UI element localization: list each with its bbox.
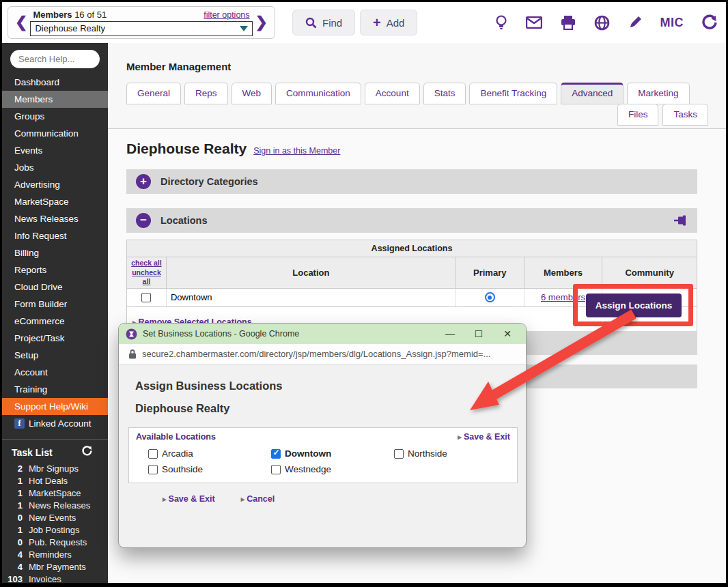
tab-general[interactable]: General: [126, 83, 181, 104]
northside-checkbox[interactable]: [394, 449, 404, 459]
row-checkbox[interactable]: [141, 293, 151, 302]
sidebar-item-members[interactable]: Members: [2, 91, 108, 108]
westnedge-checkbox[interactable]: [271, 465, 281, 474]
primary-radio[interactable]: [485, 292, 495, 302]
sidebar-item-support-help-wiki[interactable]: Support Help/Wiki: [2, 398, 108, 415]
collapse-minus-icon[interactable]: −: [136, 213, 151, 228]
filter-options-link[interactable]: filter options: [204, 10, 249, 20]
pin-icon[interactable]: [673, 214, 688, 227]
tab-benefit-tracking[interactable]: Benefit Tracking: [469, 83, 557, 104]
next-member-chevron-icon[interactable]: ❯: [253, 15, 270, 30]
globe-icon[interactable]: [594, 15, 610, 31]
popup-url-text[interactable]: secure2.chambermaster.com/directory/jsp/…: [142, 349, 490, 359]
task-count: 4: [2, 562, 23, 572]
tab-account[interactable]: Account: [365, 83, 420, 104]
sidebar-item-linked-account[interactable]: f Linked Account: [2, 415, 108, 432]
tab-advanced[interactable]: Advanced: [561, 83, 624, 104]
location-option-northside[interactable]: Northside: [394, 446, 517, 461]
popup-window-title: Set Business Locations - Google Chrome: [143, 329, 433, 339]
check-all-link[interactable]: check all: [130, 259, 163, 268]
downtown-checkbox[interactable]: [271, 449, 281, 459]
expand-plus-icon[interactable]: +: [136, 174, 151, 189]
sidebar-item-news-releases[interactable]: News Releases: [2, 210, 108, 227]
arcadia-checkbox[interactable]: [148, 449, 158, 459]
previous-member-chevron-icon[interactable]: ❮: [12, 15, 30, 30]
task-item-mbr-payments[interactable]: 4Mbr Payments: [2, 560, 108, 573]
add-button[interactable]: + Add: [360, 10, 417, 35]
sidebar-item-dashboard[interactable]: Dashboard: [2, 74, 108, 91]
task-item-new-events[interactable]: 0New Events: [2, 511, 108, 524]
southside-checkbox[interactable]: [148, 465, 158, 474]
task-item-invoices[interactable]: 103Invoices: [2, 573, 108, 585]
check-all-cell: check all uncheck all: [127, 257, 167, 288]
task-item-mbr-signups[interactable]: 2Mbr Signups: [2, 462, 108, 474]
task-label: Hot Deals: [29, 476, 68, 486]
save-exit-link-top[interactable]: Save & Exit: [458, 432, 510, 442]
cancel-link[interactable]: Cancel: [241, 494, 275, 504]
help-search-input[interactable]: [10, 50, 100, 68]
tab-communication[interactable]: Communication: [275, 83, 361, 104]
uncheck-all-link[interactable]: uncheck all: [130, 268, 163, 287]
sidebar-item-advertising[interactable]: Advertising: [2, 176, 108, 193]
sign-in-as-member-link[interactable]: Sign in as this Member: [253, 146, 340, 156]
sidebar-item-marketspace[interactable]: MarketSpace: [2, 193, 108, 210]
save-exit-link-bottom[interactable]: Save & Exit: [163, 494, 215, 504]
print-icon[interactable]: [560, 15, 576, 30]
pencil-icon[interactable]: [628, 15, 643, 30]
task-item-hot-deals[interactable]: 1Hot Deals: [2, 474, 108, 487]
member-dropdown[interactable]: Diephouse Realty: [30, 21, 252, 36]
location-option-arcadia[interactable]: Arcadia: [148, 446, 271, 461]
task-item-reminders[interactable]: 4Reminders: [2, 548, 108, 560]
refresh-icon[interactable]: [701, 14, 718, 31]
maximize-icon[interactable]: ☐: [467, 328, 490, 339]
sidebar-item-jobs[interactable]: Jobs: [2, 159, 108, 176]
tab-marketing[interactable]: Marketing: [627, 83, 689, 104]
column-header-location: Location: [167, 257, 456, 288]
dropdown-arrow-icon: [240, 26, 248, 31]
tab-web[interactable]: Web: [232, 83, 272, 104]
sidebar-item-cloud-drive[interactable]: Cloud Drive: [2, 278, 108, 296]
sidebar-item-communication[interactable]: Communication: [2, 125, 108, 142]
sidebar-item-training[interactable]: Training: [2, 381, 108, 398]
set-business-locations-window: Set Business Locations - Google Chrome —…: [118, 323, 527, 548]
task-item-job-postings[interactable]: 1Job Postings: [2, 524, 108, 536]
location-option-southside[interactable]: Southside: [148, 461, 271, 477]
location-option-downtown[interactable]: Downtown: [271, 446, 394, 461]
task-label: Pub. Requests: [29, 537, 87, 547]
sidebar-item-info-request[interactable]: Info Request: [2, 227, 108, 244]
linked-account-label: Linked Account: [29, 415, 92, 432]
mic-menu[interactable]: MIC: [660, 16, 684, 30]
section-directory-categories[interactable]: + Directory Categories: [126, 169, 697, 194]
assign-locations-button[interactable]: Assign Locations: [586, 294, 682, 317]
close-icon[interactable]: ✕: [496, 328, 519, 339]
sidebar-item-account[interactable]: Account: [2, 364, 108, 381]
minimize-icon[interactable]: —: [438, 328, 462, 339]
find-button[interactable]: Find: [292, 10, 355, 35]
task-item-news-releases[interactable]: 1News Releases: [2, 499, 108, 511]
task-item-marketspace[interactable]: 1MarketSpace: [2, 487, 108, 499]
task-item-pub-requests[interactable]: 0Pub. Requests: [2, 536, 108, 548]
section-locations[interactable]: − Locations: [126, 208, 697, 233]
tab-reps[interactable]: Reps: [184, 83, 228, 104]
sidebar-item-groups[interactable]: Groups: [2, 108, 108, 125]
sidebar-item-ecommerce[interactable]: eCommerce: [2, 313, 108, 330]
find-button-label: Find: [322, 17, 342, 29]
sidebar-divider: [2, 439, 108, 440]
sidebar-item-setup[interactable]: Setup: [2, 347, 108, 364]
location-option-westnedge[interactable]: Westnedge: [271, 461, 394, 477]
tab-stats[interactable]: Stats: [423, 83, 466, 104]
task-list-refresh-icon[interactable]: [81, 445, 93, 459]
task-label: MarketSpace: [29, 488, 81, 498]
sidebar-item-reports[interactable]: Reports: [2, 261, 108, 278]
members-count-label: Members 16 of 51: [33, 10, 107, 20]
sidebar-item-events[interactable]: Events: [2, 142, 108, 159]
task-label: Job Postings: [29, 525, 79, 535]
sidebar-item-billing[interactable]: Billing: [2, 244, 108, 261]
tab-files[interactable]: Files: [617, 104, 659, 126]
email-icon[interactable]: [526, 16, 542, 29]
popup-titlebar[interactable]: Set Business Locations - Google Chrome —…: [119, 324, 526, 344]
lightbulb-icon[interactable]: [494, 14, 508, 31]
sidebar-item-form-builder[interactable]: Form Builder: [2, 296, 108, 313]
tab-tasks[interactable]: Tasks: [662, 104, 708, 126]
sidebar-item-project-task[interactable]: Project/Task: [2, 330, 108, 347]
